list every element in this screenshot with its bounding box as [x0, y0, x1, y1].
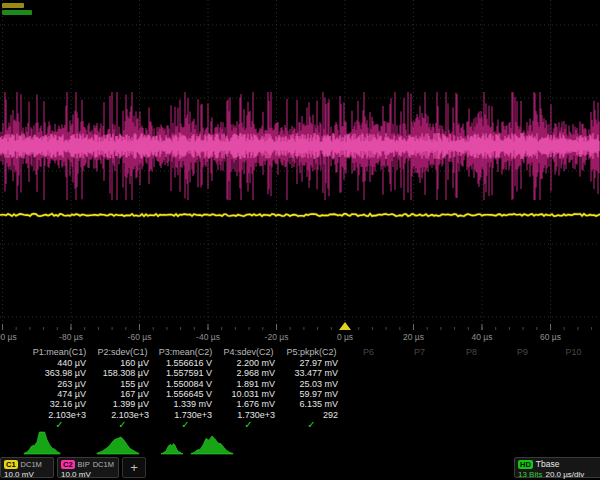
tbase-bits: 13 Bits — [518, 470, 542, 479]
c1-coupling: DC1M — [21, 460, 42, 469]
time-axis: -100 µs-80 µs-60 µs-40 µs-20 µs0 µs20 µs… — [0, 331, 600, 345]
param-value: 2.968 mV — [217, 368, 280, 378]
param-header-p8[interactable]: P8 — [446, 347, 497, 357]
add-trace-button[interactable]: + — [122, 457, 146, 478]
param-value: 59.97 mV — [280, 389, 343, 399]
parameter-histicon — [97, 437, 139, 454]
c1-vertical-scale: 10.0 mV — [4, 470, 34, 479]
param-value: 1.550084 V — [154, 379, 217, 389]
c1-badge: C1 — [4, 460, 18, 469]
measurement-table: P1:mean(C1)440 µV363.98 µV263 µV474 µV32… — [0, 347, 600, 432]
channel-descriptor-c1[interactable]: C1 DC1M 10.0 mV — [0, 457, 54, 478]
param-value: 474 µV — [28, 389, 91, 399]
time-axis-label: -20 µs — [247, 332, 307, 342]
c2-vertical-scale: 10.0 mV — [61, 470, 91, 479]
param-value: 363.98 µV — [28, 368, 91, 378]
param-value: 32.16 µV — [28, 399, 91, 409]
histicon-strip — [0, 430, 600, 456]
param-header-p2[interactable]: P2:sdev(C1) — [91, 347, 154, 357]
hd-badge: HD — [518, 460, 533, 469]
param-value: 10.031 mV — [217, 389, 280, 399]
waveform-grid — [0, 0, 600, 332]
toolbar-remnant-yellow-icon — [2, 3, 24, 8]
param-value: 155 µV — [91, 379, 154, 389]
c2-badge: C2 — [61, 460, 75, 469]
tbase-label: Tbase — [536, 460, 560, 469]
param-header-p4[interactable]: P4:sdev(C2) — [217, 347, 280, 357]
param-value: 160 µV — [91, 358, 154, 368]
param-value: 167 µV — [91, 389, 154, 399]
parameter-histicon — [24, 432, 60, 454]
param-value: 1.339 mV — [154, 399, 217, 409]
param-header-p5[interactable]: P5:pkpk(C2) — [280, 347, 343, 357]
time-axis-label: -60 µs — [110, 332, 170, 342]
toolbar-remnant-green-icon — [2, 10, 32, 15]
time-axis-label: 0 µs — [315, 332, 375, 342]
bottom-bar: C1 DC1M 10.0 mV C2 BIP DC1M 10.0 mV + HD… — [0, 456, 600, 480]
oscilloscope-screen: -100 µs-80 µs-60 µs-40 µs-20 µs0 µs20 µs… — [0, 0, 600, 480]
param-value: 263 µV — [28, 379, 91, 389]
param-value: 6.135 mV — [280, 399, 343, 409]
param-value: 440 µV — [28, 358, 91, 368]
time-axis-label: -100 µs — [0, 332, 33, 342]
param-value: 25.03 mV — [280, 379, 343, 389]
param-value: 2.103e+3 — [91, 410, 154, 420]
param-header-p1[interactable]: P1:mean(C1) — [28, 347, 91, 357]
time-axis-label: -80 µs — [41, 332, 101, 342]
time-axis-label: 20 µs — [384, 332, 444, 342]
param-value: 1.557591 V — [154, 368, 217, 378]
param-header-p7[interactable]: P7 — [394, 347, 445, 357]
param-value: 2.200 mV — [217, 358, 280, 368]
channel-descriptor-c2[interactable]: C2 BIP DC1M 10.0 mV — [57, 457, 119, 478]
param-value: 2.103e+3 — [28, 410, 91, 420]
param-status-ok: ✓ — [28, 419, 91, 430]
param-value: 1.399 µV — [91, 399, 154, 409]
param-value: 1.676 mV — [217, 399, 280, 409]
trigger-position-marker — [339, 322, 351, 330]
param-value: 1.730e+3 — [154, 410, 217, 420]
parameter-histicon — [161, 444, 183, 454]
param-status-ok: ✓ — [280, 419, 343, 430]
time-axis-label: 60 µs — [521, 332, 581, 342]
param-header-p6[interactable]: P6 — [343, 347, 394, 357]
param-value: 27.97 mV — [280, 358, 343, 368]
timebase-descriptor[interactable]: HD Tbase 13 Bits 20.0 µs/div — [514, 457, 600, 478]
time-axis-label: 40 µs — [452, 332, 512, 342]
param-header-p10[interactable]: P10 — [548, 347, 599, 357]
param-value: 1.556616 V — [154, 358, 217, 368]
param-header-p9[interactable]: P9 — [497, 347, 548, 357]
param-value: 292 — [280, 410, 343, 420]
param-status-ok: ✓ — [217, 419, 280, 430]
c2-coupling: DC1M — [93, 460, 114, 469]
parameter-histicon — [191, 436, 233, 454]
param-value: 1.730e+3 — [217, 410, 280, 420]
param-value: 158.308 µV — [91, 368, 154, 378]
param-status-ok: ✓ — [91, 419, 154, 430]
c2-mode: BIP — [78, 460, 90, 469]
tbase-scale: 20.0 µs/div — [545, 470, 584, 479]
param-header-p3[interactable]: P3:mean(C2) — [154, 347, 217, 357]
time-axis-label: -40 µs — [178, 332, 238, 342]
param-value: 1.556645 V — [154, 389, 217, 399]
param-value: 33.477 mV — [280, 368, 343, 378]
param-value: 1.891 mV — [217, 379, 280, 389]
param-status-ok: ✓ — [154, 419, 217, 430]
